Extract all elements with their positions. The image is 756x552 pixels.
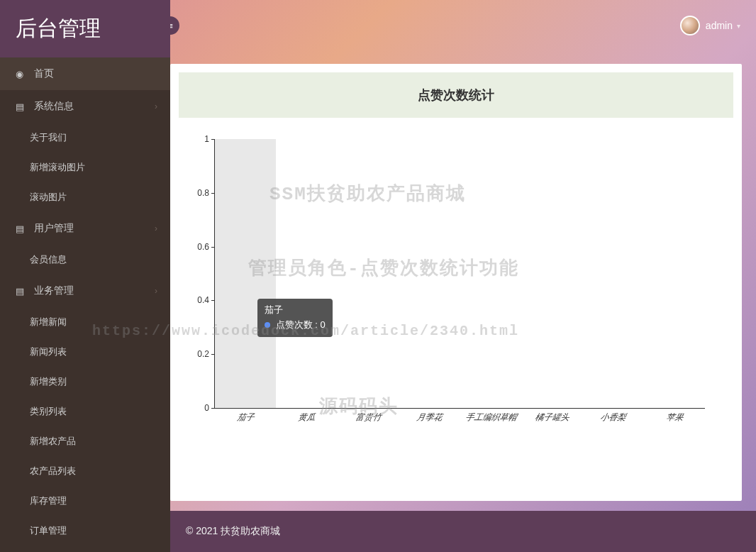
- user-name: admin: [706, 20, 733, 31]
- chart-hover-column: [215, 139, 276, 408]
- avatar: [680, 16, 700, 35]
- tooltip-title: 茄子: [265, 303, 326, 318]
- nav-sysinfo-label: 系统信息: [34, 100, 74, 113]
- book-icon: ▤: [16, 223, 27, 234]
- tooltip-value: 0: [320, 319, 325, 330]
- sidebar: 后台管理 ◉ 首页 ▤ 系统信息 › 关于我们 新增滚动图片 滚动图片 ▤ 用户…: [0, 0, 170, 552]
- nav-biz-catlist[interactable]: 类别列表: [0, 397, 170, 426]
- chart-container: 茄子黄瓜富贵竹月季花手工编织草帽橘子罐头小香梨苹果 茄子 点赞次数 : 0 00…: [179, 139, 733, 437]
- chevron-down-icon: ▾: [737, 22, 740, 30]
- x-tick-label: 小香梨: [582, 412, 645, 424]
- dashboard-icon: ◉: [16, 69, 27, 79]
- chevron-right-icon: ›: [155, 223, 157, 233]
- y-tick-label: 0.6: [187, 242, 209, 252]
- y-tick-label: 0.8: [187, 188, 209, 198]
- x-tick-label: 橘子罐头: [520, 412, 583, 424]
- y-tick-label: 0.4: [187, 295, 209, 305]
- y-tick-label: 0: [187, 403, 209, 413]
- nav-biz-addprod[interactable]: 新增农产品: [0, 426, 170, 456]
- nav-sysinfo[interactable]: ▤ 系统信息 ›: [0, 90, 170, 123]
- x-tick-label: 黄瓜: [275, 412, 338, 424]
- x-tick-label: 苹果: [643, 412, 706, 424]
- nav-usermgr[interactable]: ▤ 用户管理 ›: [0, 212, 170, 245]
- nav-biz-newslist[interactable]: 新闻列表: [0, 337, 170, 367]
- nav-home[interactable]: ◉ 首页: [0, 57, 170, 90]
- chevron-right-icon: ›: [155, 101, 157, 111]
- x-tick-label: 月季花: [398, 412, 461, 424]
- nav-sys-add-scroll[interactable]: 新增滚动图片: [0, 153, 170, 182]
- nav-biz-addcat[interactable]: 新增类别: [0, 367, 170, 397]
- nav-sys-about[interactable]: 关于我们: [0, 123, 170, 153]
- card-title: 点赞次数统计: [179, 72, 733, 118]
- nav-usermgr-label: 用户管理: [34, 222, 74, 235]
- topbar: ≡ admin ▾: [170, 0, 756, 51]
- footer-text: © 2021 扶贫助农商城: [186, 525, 280, 538]
- nav-biz-stock[interactable]: 库存管理: [0, 486, 170, 516]
- y-tick-label: 0.2: [187, 349, 209, 359]
- nav-sys-scroll[interactable]: 滚动图片: [0, 182, 170, 212]
- series-dot-icon: [265, 322, 270, 328]
- nav-user-member[interactable]: 会员信息: [0, 245, 170, 275]
- nav-home-label: 首页: [34, 67, 54, 80]
- nav-bizmgr-label: 业务管理: [34, 285, 74, 297]
- nav-biz-addnews[interactable]: 新增新闻: [0, 307, 170, 337]
- book-icon: ▤: [16, 286, 27, 297]
- nav-biz-prodlist[interactable]: 农产品列表: [0, 456, 170, 486]
- chevron-right-icon: ›: [155, 286, 157, 296]
- y-tick-label: 1: [187, 134, 209, 144]
- app-title: 后台管理: [0, 0, 170, 57]
- main-card: 点赞次数统计 茄子黄瓜富贵竹月季花手工编织草帽橘子罐头小香梨苹果 茄子 点赞次数…: [170, 64, 742, 501]
- chart-tooltip: 茄子 点赞次数 : 0: [257, 299, 333, 337]
- nav-biz-order[interactable]: 订单管理: [0, 516, 170, 546]
- tooltip-series-label: 点赞次数 :: [276, 319, 318, 330]
- book-icon: ▤: [16, 101, 27, 112]
- x-tick-label: 手工编织草帽: [459, 412, 522, 424]
- x-tick-label: 富贵竹: [336, 412, 399, 424]
- nav-bizmgr[interactable]: ▤ 业务管理 ›: [0, 275, 170, 307]
- footer: © 2021 扶贫助农商城: [170, 511, 756, 552]
- chart-plot-area[interactable]: 茄子黄瓜富贵竹月季花手工编织草帽橘子罐头小香梨苹果 茄子 点赞次数 : 0 00…: [214, 139, 705, 409]
- x-tick-label: 茄子: [214, 412, 277, 424]
- user-menu[interactable]: admin ▾: [680, 16, 740, 35]
